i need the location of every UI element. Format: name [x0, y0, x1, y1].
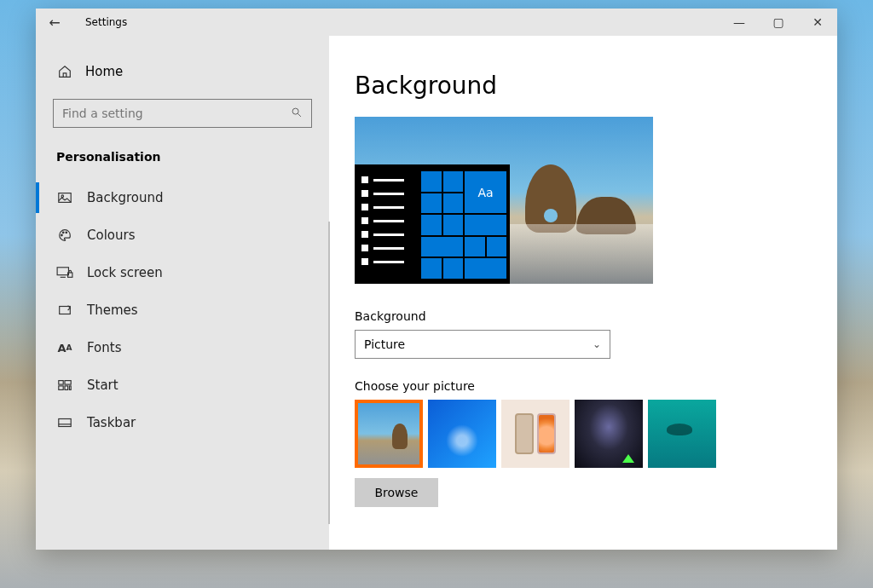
titlebar: ← Settings — ▢ ✕ [36, 9, 837, 36]
browse-button[interactable]: Browse [355, 478, 438, 507]
dropdown-value: Picture [364, 337, 405, 351]
svg-point-3 [61, 195, 64, 198]
picture-thumb-4[interactable] [575, 400, 643, 468]
svg-point-4 [61, 234, 63, 236]
picture-thumbnails [355, 400, 812, 468]
sidebar-item-label: Background [87, 190, 164, 205]
svg-rect-15 [59, 419, 71, 427]
lock-screen-icon [56, 264, 73, 281]
sidebar-item-label: Taskbar [87, 415, 136, 430]
svg-rect-10 [59, 381, 63, 385]
window-title: Settings [85, 16, 127, 28]
sidebar-item-label: Colours [87, 228, 135, 243]
preview-rock-icon [525, 164, 576, 233]
picture-thumb-3[interactable] [501, 400, 569, 468]
settings-window: ← Settings — ▢ ✕ Home Personalisation [36, 9, 837, 550]
minimize-button[interactable]: — [720, 9, 759, 36]
sidebar-item-themes[interactable]: Themes [36, 291, 329, 329]
sidebar-item-label: Start [87, 378, 119, 393]
svg-rect-7 [57, 268, 68, 275]
sidebar-home[interactable]: Home [36, 56, 329, 87]
svg-point-5 [62, 232, 64, 233]
svg-line-1 [298, 113, 301, 117]
preview-aa-tile: Aa [465, 171, 506, 213]
sidebar-item-background[interactable]: Background [36, 179, 329, 216]
search-input[interactable] [62, 107, 291, 120]
sidebar-item-lock-screen[interactable]: Lock screen [36, 254, 329, 291]
sidebar-item-label: Themes [87, 303, 138, 318]
sidebar-item-colours[interactable]: Colours [36, 216, 329, 254]
svg-rect-12 [59, 386, 63, 390]
sidebar-item-label: Fonts [87, 340, 121, 355]
sidebar-item-taskbar[interactable]: Taskbar [36, 404, 329, 441]
category-title: Personalisation [36, 136, 329, 179]
image-icon [56, 189, 73, 206]
sidebar-item-label: Lock screen [87, 265, 163, 280]
search-icon [291, 106, 303, 122]
background-preview: Aa [355, 117, 653, 284]
picture-thumb-1[interactable] [355, 400, 423, 468]
font-icon: AA [56, 339, 73, 356]
back-button[interactable]: ← [39, 14, 70, 31]
search-box[interactable] [53, 99, 312, 128]
svg-rect-11 [65, 381, 71, 385]
sidebar: Home Personalisation Background [36, 36, 329, 550]
chevron-down-icon: ⌄ [593, 338, 601, 350]
titlebar-left: ← Settings [39, 14, 127, 31]
picture-thumb-5[interactable] [648, 400, 716, 468]
start-menu-preview: Aa [355, 164, 510, 284]
background-mode-label: Background [355, 309, 812, 323]
window-controls: — ▢ ✕ [720, 9, 837, 36]
sidebar-item-start[interactable]: Start [36, 366, 329, 404]
svg-rect-13 [65, 386, 68, 390]
home-icon [56, 63, 73, 80]
picture-thumb-2[interactable] [428, 400, 496, 468]
taskbar-icon [56, 414, 73, 431]
sidebar-item-fonts[interactable]: AA Fonts [36, 329, 329, 366]
svg-point-6 [66, 232, 67, 233]
choose-picture-label: Choose your picture [355, 379, 812, 393]
background-mode-dropdown[interactable]: Picture ⌄ [355, 330, 610, 359]
maximize-button[interactable]: ▢ [759, 9, 798, 36]
main-panel: Background Aa [329, 36, 837, 550]
close-button[interactable]: ✕ [798, 9, 837, 36]
themes-icon [56, 302, 73, 319]
content-area: Home Personalisation Background [36, 36, 837, 550]
sidebar-home-label: Home [85, 64, 123, 79]
page-title: Background [355, 72, 812, 100]
palette-icon [56, 227, 73, 244]
start-icon [56, 377, 73, 394]
svg-rect-14 [69, 386, 71, 390]
svg-point-0 [292, 108, 298, 114]
